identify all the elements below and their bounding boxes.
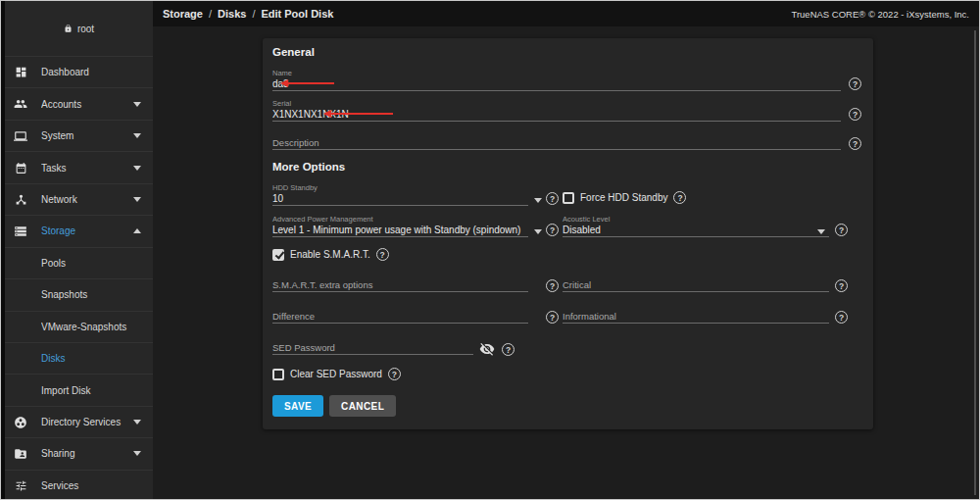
acoustic-level-dropdown-icon[interactable] xyxy=(817,229,825,234)
description-help-icon[interactable] xyxy=(849,137,861,150)
apm-select[interactable]: Level 1 - Minimum power usage with Stand… xyxy=(272,225,528,237)
informational-input[interactable]: Informational xyxy=(563,311,829,324)
sidebar-item-label: Snapshots xyxy=(41,289,141,300)
sidebar-item-disks[interactable]: Disks xyxy=(5,342,153,374)
chevron-up-icon xyxy=(133,228,141,233)
sidebar-item-label: VMware-Snapshots xyxy=(41,322,141,332)
section-more-options: More Options xyxy=(272,161,345,173)
critical-field-group: Critical xyxy=(563,279,829,292)
informational-help-icon[interactable] xyxy=(835,311,848,324)
hdd-standby-select[interactable]: 10 xyxy=(272,193,528,206)
sidebar-item-label: Disks xyxy=(41,353,141,364)
force-hdd-standby-checkbox[interactable] xyxy=(563,192,574,204)
force-hdd-standby-row: Force HDD Standby xyxy=(563,191,686,204)
sidebar-item-system[interactable]: System xyxy=(5,120,153,151)
sidebar-item-label: Sharing xyxy=(41,448,133,459)
sidebar-item-services[interactable]: Services xyxy=(5,470,153,500)
difference-help-icon[interactable] xyxy=(546,311,559,324)
sed-password-input[interactable]: SED Password xyxy=(272,342,473,355)
clear-sed-password-help-icon[interactable] xyxy=(388,368,401,380)
force-hdd-standby-help-icon[interactable] xyxy=(673,191,686,204)
sidebar-item-label: Import Disk xyxy=(41,385,141,396)
dashboard-icon xyxy=(14,66,27,79)
informational-field-group: Informational xyxy=(563,311,829,324)
sidebar-user[interactable]: root xyxy=(5,1,153,56)
tune-icon xyxy=(14,478,27,492)
difference-field-group: Difference xyxy=(272,311,528,324)
difference-input[interactable]: Difference xyxy=(272,311,528,324)
sidebar-item-label: System xyxy=(41,130,133,141)
chevron-down-icon xyxy=(133,197,141,202)
breadcrumb-current: Edit Pool Disk xyxy=(261,8,333,20)
acoustic-level-select[interactable]: Disabled xyxy=(563,225,829,237)
name-help-icon[interactable] xyxy=(849,77,861,90)
sidebar-item-pools[interactable]: Pools xyxy=(5,247,153,278)
serial-help-icon[interactable] xyxy=(849,108,861,121)
sidebar-item-directory-services[interactable]: Directory Services xyxy=(5,406,153,437)
clear-sed-password-row: Clear SED Password xyxy=(272,368,401,380)
critical-input[interactable]: Critical xyxy=(563,279,829,292)
sidebar-item-network[interactable]: Network xyxy=(5,183,153,215)
chevron-down-icon xyxy=(133,133,141,138)
sidebar-item-tasks[interactable]: Tasks xyxy=(5,151,153,182)
name-label: Name xyxy=(272,70,841,77)
serial-input[interactable]: X1NX1NX1NX1N xyxy=(272,109,841,122)
storage-icon xyxy=(14,225,27,238)
scrollbar[interactable] xyxy=(974,30,976,495)
enable-smart-help-icon[interactable] xyxy=(376,248,389,261)
name-annotation-arrow xyxy=(287,82,334,84)
sidebar-item-dashboard[interactable]: Dashboard xyxy=(5,56,153,87)
critical-help-icon[interactable] xyxy=(835,279,848,292)
breadcrumb-storage[interactable]: Storage xyxy=(163,8,203,20)
sidebar-item-accounts[interactable]: Accounts xyxy=(5,87,153,119)
sidebar-item-sharing[interactable]: Sharing xyxy=(5,437,153,469)
edit-disk-form-card: General Name da3 Serial X1NX1NX1NX1N Des… xyxy=(263,38,873,429)
breadcrumb-separator: / xyxy=(252,8,255,20)
chevron-down-icon xyxy=(133,420,141,425)
folder-shared-icon xyxy=(14,447,27,461)
hdd-standby-label: HDD Standby xyxy=(272,184,528,192)
sidebar-item-label: Dashboard xyxy=(41,67,141,77)
cancel-button[interactable]: CANCEL xyxy=(329,395,396,417)
hdd-standby-help-icon[interactable] xyxy=(546,192,559,205)
hdd-standby-dropdown-icon[interactable] xyxy=(534,198,542,203)
network-icon xyxy=(14,192,27,206)
sed-password-help-icon[interactable] xyxy=(502,343,514,356)
lock-icon xyxy=(64,24,73,33)
sidebar-item-vmware-snapshots[interactable]: VMware-Snapshots xyxy=(5,311,153,342)
breadcrumb-disks[interactable]: Disks xyxy=(218,8,246,20)
name-field-group: Name da3 xyxy=(272,70,841,91)
force-hdd-standby-label: Force HDD Standby xyxy=(580,192,667,203)
sidebar-item-storage[interactable]: Storage xyxy=(5,215,153,246)
acoustic-level-label: Acoustic Level xyxy=(563,216,829,224)
enable-smart-checkbox[interactable] xyxy=(272,249,284,261)
smart-extra-input[interactable]: S.M.A.R.T. extra options xyxy=(272,279,528,292)
sidebar-item-label: Network xyxy=(41,194,133,205)
clear-sed-password-checkbox[interactable] xyxy=(272,369,284,380)
visibility-off-icon[interactable] xyxy=(479,341,495,357)
sidebar-item-label: Accounts xyxy=(41,99,133,110)
apm-dropdown-icon[interactable] xyxy=(534,229,542,234)
sidebar-item-label: Storage xyxy=(41,225,133,236)
sidebar-item-snapshots[interactable]: Snapshots xyxy=(5,278,153,310)
sidebar-item-import-disk[interactable]: Import Disk xyxy=(5,374,153,405)
apm-help-icon[interactable] xyxy=(546,224,559,236)
chevron-down-icon xyxy=(133,451,141,456)
smart-extra-help-icon[interactable] xyxy=(546,279,559,292)
laptop-icon xyxy=(14,129,27,143)
clear-sed-password-label: Clear SED Password xyxy=(290,369,382,379)
hdd-standby-field-group: HDD Standby 10 xyxy=(272,184,528,206)
name-input[interactable]: da3 xyxy=(272,78,841,91)
sidebar: root Dashboard Accounts System Tasks Net… xyxy=(1,1,153,500)
breadcrumb: Storage / Disks / Edit Pool Disk xyxy=(163,8,333,20)
sidebar-item-label: Directory Services xyxy=(41,417,133,427)
serial-label: Serial xyxy=(272,100,841,108)
form-buttons: SAVE CANCEL xyxy=(272,395,396,417)
directory-services-icon xyxy=(14,416,27,429)
enable-smart-label: Enable S.M.A.R.T. xyxy=(290,249,370,260)
brand-copyright: TrueNAS CORE® © 2022 - iXsystems, Inc. xyxy=(791,9,969,20)
smart-extra-field-group: S.M.A.R.T. extra options xyxy=(272,279,528,292)
description-input[interactable]: Description xyxy=(272,137,841,150)
save-button[interactable]: SAVE xyxy=(272,395,323,417)
acoustic-level-help-icon[interactable] xyxy=(835,224,848,236)
